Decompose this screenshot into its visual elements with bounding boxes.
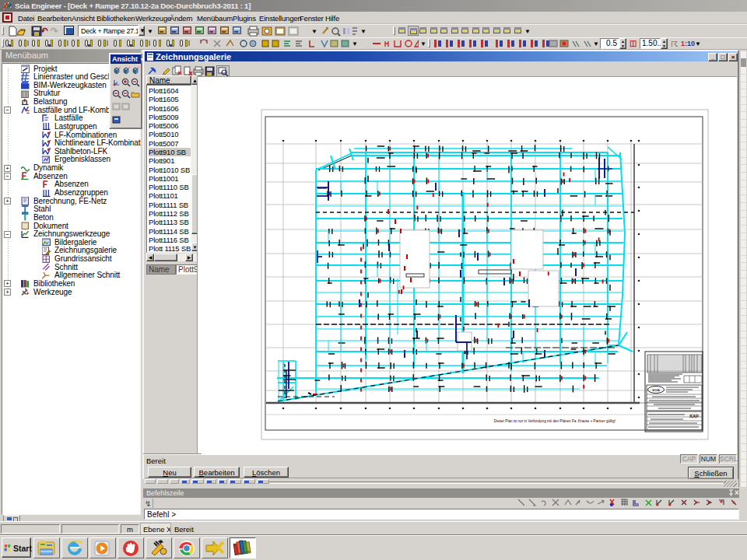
svg-text:SCIA: SCIA bbox=[652, 388, 660, 392]
svg-text:Dieser Plan ist nur in Verbind: Dieser Plan ist nur in Verbindung mit de… bbox=[494, 419, 615, 423]
svg-text:KAP: KAP bbox=[689, 414, 699, 418]
